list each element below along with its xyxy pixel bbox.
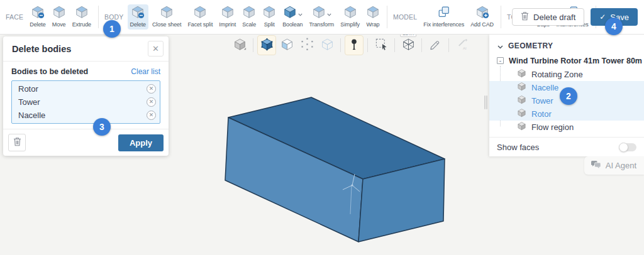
toolbar-item-move[interactable]: Move [50,4,69,30]
toolbar-item-label: Move [52,21,66,28]
viewport-tool-pin-selection[interactable] [345,35,364,55]
bodies-list: Rotor✕Tower✕Nacelle✕ [11,80,160,124]
toolbar-item-split[interactable]: Split [260,4,279,30]
delete-draft-label: Delete draft [533,13,575,22]
toolbar-item-add-cad[interactable]: Add CAD [468,4,496,30]
toolbar-item-delete[interactable]: Delete [128,4,148,30]
step-badge-4: 4 [605,18,623,35]
viewport-toolbar: BETAAI [230,35,472,55]
panel-resize-handle[interactable] [484,95,489,109]
tree-item-rotor[interactable]: Rotor [489,107,644,121]
tree-item-rotating-zone[interactable]: Rotating Zone [489,68,644,81]
collapse-minus-icon[interactable]: - [497,57,504,64]
viewport-toolbar-divider [421,38,422,52]
tree-item-flow-region[interactable]: Flow region [489,121,644,134]
toolbar-item-label: Scale [242,21,256,28]
chevron-down-icon [497,40,503,52]
toolbar-item-boolean[interactable]: Boolean [280,4,305,30]
toolbar-item-delete[interactable]: Delete [27,4,48,30]
close-icon[interactable]: ✕ [148,41,164,57]
marquee-icon [375,38,388,53]
cad-app-window: FACEDeleteMoveExtrudeBODYDeleteClose she… [0,0,644,255]
viewport-tool-select-edge[interactable] [318,35,336,55]
chevron-down-icon [327,8,331,19]
apply-button[interactable]: Apply [118,134,164,151]
toolbar-item-close-sheet[interactable]: Close sheet [150,4,184,30]
show-faces-row: Show faces [489,137,644,156]
toolbar-item-fix-interferences[interactable]: Fix interferences [421,4,467,30]
squares-overlap-icon [437,5,451,21]
viewport-tool-select-body[interactable] [257,35,276,55]
toolbar-section-model: MODELFix interferencesAdd CAD [391,0,497,34]
toolbar-divider [387,6,387,28]
toolbar-item-label: Delete [30,21,45,28]
delete-draft-button[interactable]: Delete draft [512,8,584,26]
panel-body: Bodies to be deleted Clear list Rotor✕To… [3,62,169,129]
box-top-face[interactable] [228,97,445,179]
cube-blue-icon [260,38,274,53]
toolbar-item-imprint[interactable]: Imprint [216,4,238,30]
tree-root-row[interactable]: - Wind Turbine Rotor 41m Tower 80m - C..… [489,53,644,68]
viewport-tool-ai-tool[interactable]: AI [453,35,472,55]
remove-body-icon[interactable]: ✕ [147,97,156,107]
wand-ai-icon: AI [456,38,469,53]
ai-agent-button[interactable]: AI Agent [584,156,644,175]
delete-bodies-panel: Delete bodies ✕ Bodies to be deleted Cle… [3,36,169,156]
step-badge-1: 1 [103,20,121,38]
cube-boolean-icon [283,5,297,21]
cube-beta-icon [402,38,415,53]
svg-text:AI: AI [462,46,466,50]
toolbar-item-label: Close sheet [152,21,181,28]
cube-face-icon [280,38,294,53]
remove-body-icon[interactable]: ✕ [147,111,156,120]
chevron-down-icon [298,8,303,19]
toolbar-item-wrap[interactable]: Wrap [364,4,382,30]
cube-scale-icon [242,5,256,21]
toolbar-item-simplify[interactable]: Simplify [338,4,362,30]
viewport-tool-facet-tool[interactable] [399,35,418,55]
viewport-toolbar-divider [448,38,449,52]
show-faces-toggle[interactable] [619,143,636,151]
box-right-face[interactable] [358,159,445,242]
vertices-icon [301,38,314,53]
toolbar-item-label: Add CAD [470,21,494,28]
ai-agent-label: AI Agent [606,161,636,170]
cube-extrude-icon [75,5,89,21]
trash-icon [521,11,529,23]
remove-body-icon[interactable]: ✕ [147,84,156,94]
viewport-tool-box-select[interactable] [372,35,391,55]
cube-gray-icon [517,82,526,94]
viewport-tool-render-solid[interactable] [230,35,249,55]
viewport-tool-select-vertex[interactable] [297,35,316,55]
step-badge-2: 2 [560,87,577,105]
tree-item-label: Tower [531,96,553,106]
cube-gray-icon [517,95,526,107]
toolbar-section-label: BODY [104,13,124,21]
cube-gray-icon [517,108,526,120]
delete-all-button[interactable] [8,134,26,151]
box-front-face[interactable] [225,117,363,242]
cube-outline-icon [321,38,334,53]
toolbar-item-label: Imprint [219,21,236,28]
geometry-header[interactable]: GEOMETRY [489,38,644,53]
cube-close-sheet-icon [160,5,174,21]
viewport-toolbar-divider [367,38,368,52]
toolbar-section-label: MODEL [393,13,417,21]
viewport-tool-select-face[interactable] [277,35,296,55]
toolbar-divider [501,6,501,28]
toolbar-item-scale[interactable]: Scale [240,4,258,30]
pin-icon [348,38,360,53]
viewport-tool-sketch-tool[interactable] [426,35,445,55]
viewport-toolbar-divider [253,38,253,52]
viewport-toolbar-divider [394,38,395,52]
check-icon: ✓ [599,13,606,21]
toolbar-item-transform[interactable]: Transform [307,4,337,30]
body-list-item-label: Rotor [18,84,38,94]
toolbar-item-facet-split[interactable]: Facet split [185,4,215,30]
body-list-item: Nacelle✕ [12,109,160,122]
toolbar-item-label: Wrap [367,21,380,28]
clear-list-link[interactable]: Clear list [131,67,160,76]
cube-move-icon [52,5,66,21]
toolbar-item-extrude[interactable]: Extrude [70,4,94,30]
cube-split-icon [262,5,276,21]
